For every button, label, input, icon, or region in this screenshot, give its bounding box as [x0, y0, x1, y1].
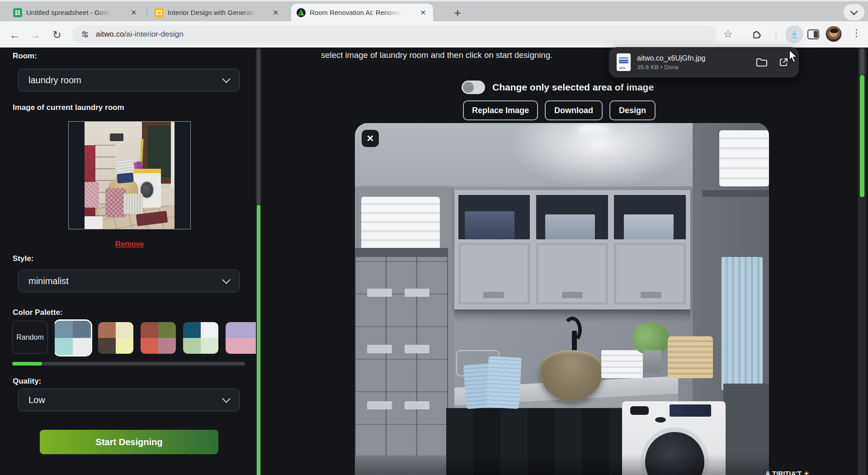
reload-button[interactable]: ↻ [50, 28, 64, 42]
right-shelf [703, 190, 769, 197]
palette-color [55, 338, 73, 355]
download-filename: aitwo.co_x6UjGfn.jpg [637, 54, 705, 62]
tab-strip: Untitled spreadsheet - Goog ✕ Interior D… [0, 0, 868, 21]
palette-swatch-2[interactable] [98, 322, 133, 354]
tab-search-button[interactable] [844, 4, 864, 20]
blue-towel-2 [486, 356, 522, 409]
tab-spreadsheet[interactable]: Untitled spreadsheet - Goog ✕ [8, 4, 144, 21]
jpg-file-icon: JPG [617, 53, 631, 71]
random-palette-button[interactable]: Random [12, 321, 48, 354]
palette-swatch-row [55, 319, 256, 356]
instruction-text: select image of laundry room and then cl… [321, 50, 552, 60]
new-tab-button[interactable]: + [450, 5, 465, 20]
download-icon [789, 29, 799, 39]
site-info-icon[interactable] [80, 30, 90, 39]
palette-color [183, 322, 201, 338]
palette-color [201, 338, 218, 354]
toggle-row: Change only selected area of image [462, 81, 654, 94]
palette-swatch-1[interactable] [55, 321, 91, 355]
replace-image-button[interactable]: Replace Image [463, 100, 538, 120]
plant-pot [643, 350, 661, 373]
tab-close-icon[interactable]: ✕ [271, 8, 280, 18]
room-select[interactable]: laundry room [18, 69, 240, 91]
palette-swatch-3[interactable] [141, 322, 176, 354]
locker-label [405, 345, 429, 353]
browser-window: Untitled spreadsheet - Goog ✕ Interior D… [0, 0, 868, 475]
design-button[interactable]: Design [609, 100, 656, 120]
browser-toolbar: ← → ↻ aitwo.co/ai-interior-design ☆ ⋮ [0, 21, 868, 48]
remove-image-link[interactable]: Remove [68, 240, 191, 249]
locker-label [367, 345, 392, 353]
door-handle [562, 292, 583, 298]
palette-scrollbar[interactable] [12, 362, 245, 366]
tab-separator [146, 8, 147, 17]
tab-title: Room Renovation AI: Renovat [310, 9, 401, 16]
tab-slides[interactable]: Interior Design with Generativ ✕ [149, 4, 286, 21]
towel-stack-right [719, 130, 769, 186]
palette-color [243, 322, 256, 338]
address-bar[interactable]: aitwo.co/ai-interior-design [72, 25, 717, 43]
quality-label: Quality: [13, 377, 41, 386]
door-handle [641, 292, 661, 298]
door-handle [483, 292, 504, 298]
extensions-icon[interactable] [751, 28, 763, 40]
palette-swatch-4[interactable] [183, 322, 218, 354]
main-scrollbar-thumb[interactable] [860, 75, 864, 197]
bottom-vignette [355, 454, 769, 475]
storage-bin [624, 214, 674, 239]
current-room-thumbnail [68, 121, 191, 229]
storage-bin [545, 214, 595, 239]
chevron-down-icon [222, 394, 230, 403]
toggle-label: Change only selected area of image [492, 82, 654, 93]
color-palette-label: Color Palette: [13, 308, 63, 317]
palette-swatch-5[interactable] [226, 322, 256, 354]
show-in-folder-button[interactable] [754, 55, 769, 70]
google-sheets-icon [13, 8, 22, 17]
storage-bin [465, 211, 514, 239]
close-preview-button[interactable]: ✕ [362, 130, 379, 147]
style-value: minimalist [28, 276, 69, 286]
browser-menu-icon[interactable]: ⋮ [852, 28, 861, 38]
palette-color [183, 338, 201, 354]
main-scrollbar[interactable] [858, 48, 866, 475]
locker-label [367, 289, 392, 297]
washer-handle [630, 406, 649, 415]
sparkle-icon: ✦ [803, 470, 809, 475]
forward-button[interactable]: → [28, 28, 42, 42]
palette-color [201, 322, 218, 338]
quality-value: Low [28, 395, 45, 405]
left-shelf [355, 248, 448, 256]
download-button[interactable]: Download [545, 100, 603, 120]
aitwo-logo-icon [297, 8, 306, 17]
download-item[interactable]: aitwo.co_x6UjGfn.jpg 35.6 KB • Done [637, 54, 705, 71]
palette-color [55, 321, 73, 338]
style-select[interactable]: minimalist [18, 270, 240, 292]
profile-avatar[interactable] [826, 26, 842, 42]
tab-room-renovation-active[interactable]: Room Renovation AI: Renovat ✕ [291, 4, 433, 21]
sidebar-scrollbar-track [257, 49, 260, 205]
renovated-room-preview [355, 123, 769, 475]
main-scrollbar-track-cap [860, 48, 864, 76]
tab-close-icon[interactable]: ✕ [129, 8, 138, 18]
palette-color [158, 338, 176, 354]
tab-close-icon[interactable]: ✕ [418, 8, 428, 18]
url-domain: aitwo.co [96, 30, 124, 38]
download-popup: JPG aitwo.co_x6UjGfn.jpg 35.6 KB • Done [609, 47, 799, 77]
quality-select[interactable]: Low [18, 389, 240, 411]
palette-color [158, 322, 176, 338]
downloads-button[interactable] [785, 25, 803, 43]
palette-color [226, 322, 243, 338]
mouse-cursor [788, 49, 799, 64]
selected-area-toggle[interactable] [462, 81, 485, 94]
palette-scrollbar-thumb[interactable] [12, 362, 42, 366]
ceiling-glow [495, 123, 703, 194]
side-panel-icon[interactable] [807, 29, 819, 39]
sidebar-scrollbar[interactable] [256, 48, 261, 475]
palette-color [98, 322, 116, 338]
toolbar-separator [776, 29, 776, 40]
back-button[interactable]: ← [7, 28, 22, 42]
folder-icon [756, 57, 768, 67]
sidebar-scrollbar-thumb[interactable] [257, 205, 260, 475]
bookmark-star-icon[interactable]: ☆ [723, 28, 733, 40]
start-designing-button[interactable]: Start Designing [40, 430, 218, 454]
